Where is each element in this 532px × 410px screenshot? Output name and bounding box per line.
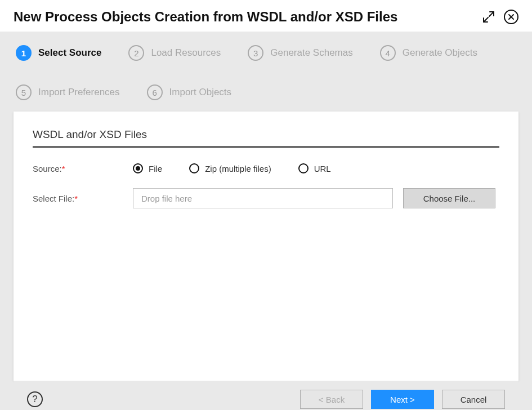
radio-file[interactable]: File xyxy=(133,163,162,173)
step-load-resources[interactable]: 2 Load Resources xyxy=(128,45,221,61)
radio-zip[interactable]: Zip (multiple files) xyxy=(189,163,271,173)
step-number: 3 xyxy=(248,45,263,61)
file-controls: Choose File... xyxy=(133,188,495,208)
radio-label: URL xyxy=(314,164,331,173)
source-label: Source:* xyxy=(33,164,133,173)
choose-file-button[interactable]: Choose File... xyxy=(403,188,495,208)
step-import-objects[interactable]: 6 Import Objects xyxy=(147,84,232,100)
required-mark: * xyxy=(62,164,65,173)
step-import-preferences[interactable]: 5 Import Preferences xyxy=(16,84,120,100)
step-generate-objects[interactable]: 4 Generate Objects xyxy=(380,45,477,61)
radio-label: Zip (multiple files) xyxy=(205,164,271,173)
radio-label: File xyxy=(149,164,162,173)
radio-icon xyxy=(133,163,143,173)
source-radios: File Zip (multiple files) URL xyxy=(133,163,331,173)
radio-icon xyxy=(189,163,199,173)
dialog-header: New Process Objects Creation from WSDL a… xyxy=(0,0,532,32)
help-icon[interactable]: ? xyxy=(27,391,43,407)
step-number: 6 xyxy=(147,84,163,100)
step-number: 1 xyxy=(16,45,32,61)
drop-file-input[interactable] xyxy=(133,188,393,208)
cancel-button[interactable]: Cancel xyxy=(442,390,505,409)
source-label-text: Source: xyxy=(33,164,62,173)
step-label: Import Preferences xyxy=(38,87,120,98)
dialog-footer: ? < Back Next > Cancel xyxy=(14,381,518,410)
select-file-row: Select File:* Choose File... xyxy=(33,188,499,208)
next-button[interactable]: Next > xyxy=(371,390,434,409)
back-button[interactable]: < Back xyxy=(300,390,363,409)
step-generate-schemas[interactable]: 3 Generate Schemas xyxy=(248,45,352,61)
dialog-title: New Process Objects Creation from WSDL a… xyxy=(14,9,397,25)
step-label: Import Objects xyxy=(169,87,232,98)
content-panel: WSDL and/or XSD Files Source:* File Zip … xyxy=(14,112,518,381)
source-row: Source:* File Zip (multiple files) URL xyxy=(33,163,499,173)
select-file-label: Select File:* xyxy=(33,194,133,203)
step-number: 2 xyxy=(128,45,144,61)
select-file-label-text: Select File: xyxy=(33,194,74,203)
panel-title: WSDL and/or XSD Files xyxy=(33,128,499,148)
header-icons xyxy=(481,10,518,24)
resize-icon[interactable] xyxy=(481,10,496,24)
required-mark: * xyxy=(74,194,78,203)
step-select-source[interactable]: 1 Select Source xyxy=(16,45,101,61)
step-number: 5 xyxy=(16,84,32,100)
radio-url[interactable]: URL xyxy=(298,163,331,173)
step-number: 4 xyxy=(380,45,396,61)
step-label: Generate Schemas xyxy=(270,47,352,59)
step-label: Load Resources xyxy=(151,47,221,59)
radio-icon xyxy=(298,163,309,173)
step-label: Generate Objects xyxy=(403,47,477,59)
step-label: Select Source xyxy=(38,47,101,59)
wizard-steps: 1 Select Source 2 Load Resources 3 Gener… xyxy=(14,42,518,112)
close-icon[interactable] xyxy=(504,10,518,24)
wizard-body: 1 Select Source 2 Load Resources 3 Gener… xyxy=(0,32,532,410)
